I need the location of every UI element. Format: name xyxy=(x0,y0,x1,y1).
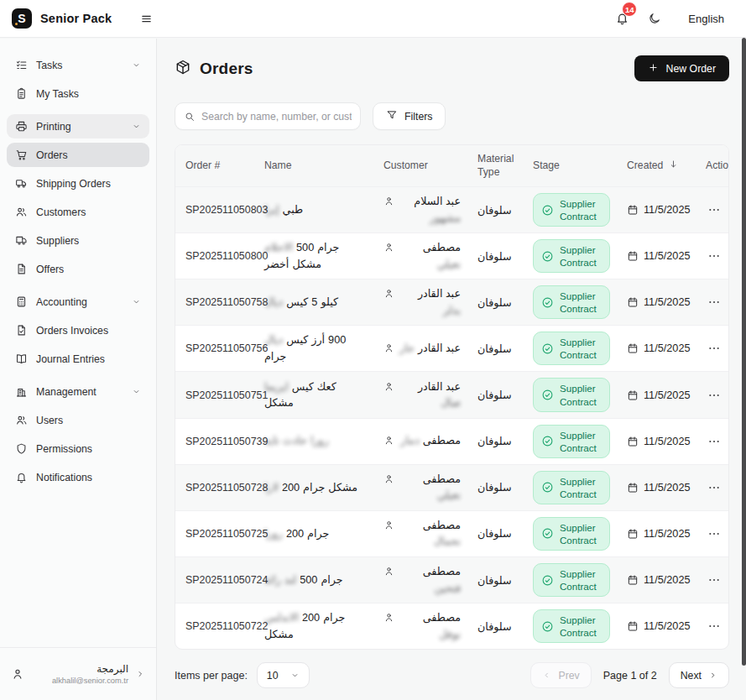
customers-icon xyxy=(15,206,28,218)
check-circle-icon xyxy=(541,389,554,401)
person-icon xyxy=(383,196,394,206)
calendar-icon xyxy=(627,296,639,308)
sidebar-item-permissions[interactable]: Permissions xyxy=(7,436,149,461)
sidebar-item-label: Printing xyxy=(36,121,71,133)
person-icon xyxy=(383,242,394,253)
created-date: 11/5/2025 xyxy=(627,389,689,401)
sidebar-item-journal-entries[interactable]: Journal Entries xyxy=(7,347,149,371)
chevron-down-icon xyxy=(290,671,300,680)
sidebar-item-tasks[interactable]: Tasks xyxy=(7,53,149,77)
sidebar-item-suppliers[interactable]: Suppliers xyxy=(7,228,149,253)
material-type: سلوفان xyxy=(477,482,512,494)
stage-label: Supplier Contract xyxy=(560,243,602,269)
filters-label: Filters xyxy=(404,111,432,123)
sidebar-item-orders-invoices[interactable]: Orders Invoices xyxy=(7,318,149,342)
order-number: SP202511050728 xyxy=(185,482,268,494)
sidebar-nav: TasksMy TasksPrintingOrdersShipping Orde… xyxy=(0,39,156,489)
row-actions-button[interactable] xyxy=(706,340,723,357)
order-number: SP202511050724 xyxy=(185,574,268,586)
sidebar-item-customers[interactable]: Customers xyxy=(7,200,149,224)
items-per-page-label: Items per page: xyxy=(175,670,248,682)
sidebar-item-label: Offers xyxy=(36,264,64,275)
customer-name: عبد السلاممشهور xyxy=(399,194,461,226)
created-date: 11/5/2025 xyxy=(627,250,689,262)
customer-cell: عبد السلاممشهور xyxy=(383,194,461,226)
next-page-button[interactable]: Next xyxy=(669,662,729,688)
table-row: SP202511050803إبراطبيعبد السلاممشهورسلوف… xyxy=(175,186,728,232)
row-actions-button[interactable] xyxy=(706,387,723,404)
order-name: ديالكيسأرز900جرام xyxy=(264,332,367,364)
prev-page-button[interactable]: Prev xyxy=(530,662,591,688)
material-type: سلوفان xyxy=(477,389,512,401)
sidebar-item-notifications[interactable]: Notifications xyxy=(7,465,149,489)
sidebar-item-orders[interactable]: Orders xyxy=(7,143,149,167)
row-actions-button[interactable] xyxy=(706,248,723,264)
sidebar-item-users[interactable]: Users xyxy=(7,408,149,432)
chevron-down-icon xyxy=(132,122,141,131)
sidebar-item-my-tasks[interactable]: My Tasks xyxy=(7,81,149,106)
column-name: Name xyxy=(256,145,375,186)
row-actions-button[interactable] xyxy=(706,294,723,311)
dark-mode-toggle[interactable] xyxy=(648,12,661,25)
sidebar: TasksMy TasksPrintingOrdersShipping Orde… xyxy=(0,39,157,700)
notifications-button[interactable]: 14 xyxy=(615,8,629,29)
row-actions-button[interactable] xyxy=(706,201,723,218)
sidebar-item-label: Accounting xyxy=(36,296,87,308)
customer-name: عبد القادربدلر xyxy=(399,286,461,318)
customer-cell: مصطفىدمار xyxy=(383,433,461,448)
chevron-down-icon xyxy=(132,297,141,306)
calendar-icon xyxy=(627,389,639,401)
menu-icon[interactable] xyxy=(140,13,153,25)
check-circle-icon xyxy=(541,296,554,309)
sidebar-item-printing[interactable]: Printing xyxy=(7,114,149,138)
stage-label: Supplier Contract xyxy=(560,567,602,593)
items-per-page-select[interactable]: 10 xyxy=(257,662,310,688)
calendar-icon xyxy=(627,528,639,540)
material-type: سلوفان xyxy=(477,343,512,355)
calendar-icon xyxy=(627,204,639,216)
row-actions-button[interactable] xyxy=(706,618,723,635)
checklist-icon xyxy=(15,59,28,71)
user-profile[interactable]: البرمجة alkhalil@senior.com.tr xyxy=(0,647,156,700)
check-circle-icon xyxy=(541,527,554,540)
person-icon xyxy=(383,381,394,392)
customer-cell: عبد القادرصال xyxy=(383,379,461,411)
sidebar-item-offers[interactable]: Offers xyxy=(7,257,149,281)
material-type: سلوفان xyxy=(477,205,512,217)
calculator-icon xyxy=(15,295,28,308)
order-number: SP202511050722 xyxy=(185,620,268,632)
search-input[interactable] xyxy=(201,111,352,123)
scrollbar[interactable] xyxy=(742,38,746,666)
sidebar-item-shipping-orders[interactable]: Shipping Orders xyxy=(7,171,149,196)
language-selector[interactable]: English xyxy=(688,13,724,25)
sidebar-item-label: Users xyxy=(36,415,63,426)
customer-cell: عبد القادرحار xyxy=(383,341,461,356)
search-box xyxy=(175,102,361,130)
order-name: الاحلام500جرامأخضرمشكل xyxy=(264,240,367,272)
chevron-down-icon xyxy=(132,60,141,70)
sidebar-item-label: Notifications xyxy=(36,472,92,483)
new-order-button[interactable]: New Order xyxy=(634,55,729,81)
row-actions-button[interactable] xyxy=(706,525,723,542)
row-actions-button[interactable] xyxy=(706,433,723,450)
stage-badge: Supplier Contract xyxy=(533,285,610,319)
calendar-icon xyxy=(627,620,639,632)
filters-button[interactable]: Filters xyxy=(373,102,446,130)
brand-logo[interactable]: S xyxy=(12,8,32,29)
orders-table-card: Order # Name Customer Material Type Stag… xyxy=(175,144,729,650)
order-name: ديالكيس5كيلو xyxy=(264,295,367,310)
sidebar-item-management[interactable]: Management xyxy=(7,379,149,404)
column-created[interactable]: Created xyxy=(618,145,697,186)
check-circle-icon xyxy=(541,435,554,447)
user-name: البرمجة xyxy=(97,663,128,675)
items-per-page-value: 10 xyxy=(267,670,279,682)
column-material-type: Material Type xyxy=(469,145,524,186)
order-name: الاندلس200جراممشكل xyxy=(264,610,367,642)
check-circle-icon xyxy=(541,481,554,494)
sidebar-item-accounting[interactable]: Accounting xyxy=(7,290,149,314)
row-actions-button[interactable] xyxy=(706,572,723,588)
prev-label: Prev xyxy=(558,670,579,682)
row-actions-button[interactable] xyxy=(706,479,723,496)
check-circle-icon xyxy=(541,250,554,263)
stage-label: Supplier Contract xyxy=(560,290,602,315)
